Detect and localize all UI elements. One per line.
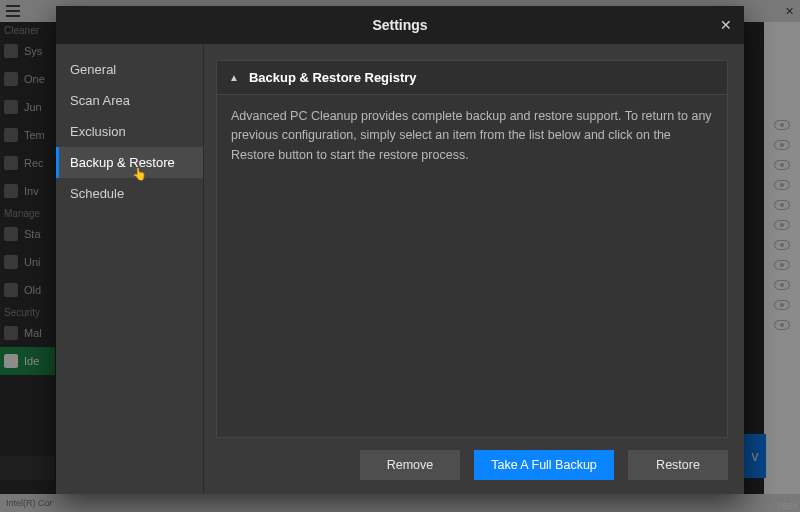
close-icon[interactable]: ✕ <box>716 15 736 35</box>
nav-item-scan-area[interactable]: Scan Area <box>56 85 203 116</box>
nav-item-general[interactable]: General <box>56 54 203 85</box>
watermark: yeax <box>777 500 798 511</box>
settings-content: ▲ Backup & Restore Registry Advanced PC … <box>204 44 744 494</box>
backup-restore-panel: ▲ Backup & Restore Registry Advanced PC … <box>216 60 728 438</box>
settings-modal: Settings ✕ General Scan Area Exclusion B… <box>56 6 744 494</box>
button-row: Remove Take A Full Backup Restore <box>216 438 728 480</box>
chevron-up-icon: ▲ <box>229 72 239 83</box>
modal-title: Settings <box>56 17 744 33</box>
nav-item-exclusion[interactable]: Exclusion <box>56 116 203 147</box>
take-full-backup-button[interactable]: Take A Full Backup <box>474 450 614 480</box>
nav-item-schedule[interactable]: Schedule <box>56 178 203 209</box>
panel-heading-text: Backup & Restore Registry <box>249 70 417 85</box>
remove-button[interactable]: Remove <box>360 450 460 480</box>
modal-overlay: Settings ✕ General Scan Area Exclusion B… <box>0 0 800 512</box>
panel-description: Advanced PC Cleanup provides complete ba… <box>217 95 727 177</box>
modal-titlebar: Settings ✕ <box>56 6 744 44</box>
panel-header[interactable]: ▲ Backup & Restore Registry <box>217 61 727 95</box>
restore-button[interactable]: Restore <box>628 450 728 480</box>
settings-nav: General Scan Area Exclusion Backup & Res… <box>56 44 204 494</box>
nav-item-backup-restore[interactable]: Backup & Restore 👆 <box>56 147 203 178</box>
